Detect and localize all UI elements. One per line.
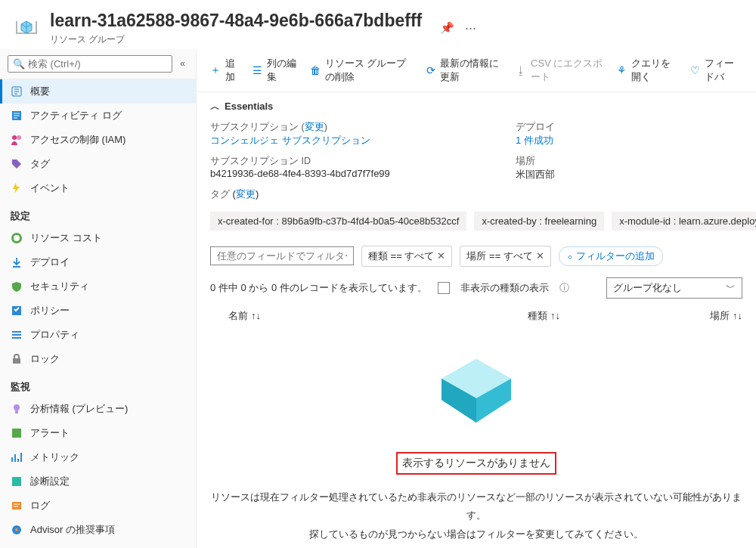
- sidebar-item-label: 概要: [30, 85, 50, 98]
- sidebar-item-events[interactable]: イベント: [0, 176, 196, 200]
- sidebar-item-cost[interactable]: リソース コスト: [0, 226, 196, 250]
- change-subscription-link[interactable]: 変更: [305, 122, 324, 132]
- record-summary: 0 件中 0 から 0 件のレコードを表示しています。: [210, 281, 427, 295]
- sidebar-section-settings: 設定: [0, 200, 196, 226]
- search-input[interactable]: [28, 58, 167, 70]
- sidebar-item-logs[interactable]: ログ: [0, 494, 196, 518]
- group-by-select[interactable]: グループ化なし﹀: [606, 277, 742, 299]
- sidebar-item-diagnostics[interactable]: 診断設定: [0, 469, 196, 494]
- sidebar-item-overview[interactable]: 概要: [0, 79, 196, 104]
- column-location[interactable]: 場所 ↑↓: [702, 309, 742, 323]
- empty-desc-2: 探しているものが見つからない場合はフィルターを変更してみてください。: [210, 525, 742, 544]
- alerts-icon: [11, 427, 23, 439]
- activity-log-icon: [11, 110, 23, 122]
- diagnostics-icon: [11, 475, 23, 488]
- sidebar-item-tags[interactable]: タグ: [0, 152, 196, 176]
- toolbar-export-csv: ⭳CSV にエクスポート: [516, 57, 603, 84]
- svg-point-5: [14, 235, 20, 241]
- info-icon[interactable]: ⓘ: [559, 281, 569, 295]
- essentials-toggle[interactable]: ︿ Essentials: [210, 100, 742, 113]
- chevron-down-icon: ﹀: [726, 281, 736, 295]
- tag-icon: [11, 158, 23, 170]
- tag-pill[interactable]: x-created-for : 89b6a9fb-c37b-4fd4-b0a5-…: [210, 212, 466, 231]
- filter-input[interactable]: [210, 246, 354, 265]
- download-icon: ⭳: [516, 64, 526, 76]
- page-subtitle: リソース グループ: [50, 33, 422, 46]
- sidebar-item-label: 診断設定: [30, 475, 70, 488]
- toolbar-add[interactable]: ＋追加: [210, 57, 239, 84]
- toolbar-refresh[interactable]: ⟳最新の情報に更新: [426, 57, 502, 84]
- clear-icon[interactable]: ✕: [536, 250, 544, 262]
- sidebar-item-security[interactable]: セキュリティ: [0, 274, 196, 299]
- sidebar-item-advisor[interactable]: Advisor の推奨事項: [0, 518, 196, 542]
- sort-icon: ↑↓: [251, 310, 261, 321]
- change-tags-link[interactable]: 変更: [236, 188, 256, 200]
- svg-point-8: [14, 404, 20, 410]
- sidebar-item-label: セキュリティ: [30, 280, 89, 293]
- filter-type-chip[interactable]: 種類 == すべて ✕: [361, 246, 452, 267]
- subscription-link[interactable]: コンシェルジェ サブスクリプション: [210, 134, 493, 147]
- sidebar-item-alerts[interactable]: アラート: [0, 421, 196, 445]
- heart-icon: ♡: [690, 64, 700, 76]
- sort-icon: ↑↓: [733, 310, 742, 321]
- filter-location-chip[interactable]: 場所 == すべて ✕: [460, 246, 550, 267]
- empty-state-icon: [210, 345, 742, 438]
- sidebar-item-metrics[interactable]: メトリック: [0, 445, 196, 469]
- column-name[interactable]: 名前 ↑↓: [210, 309, 528, 323]
- sidebar-item-label: デプロイ: [30, 255, 70, 269]
- page-title: learn-31a62588-9867-48a4-9e6b-666a7bdbef…: [50, 11, 422, 32]
- more-icon[interactable]: ⋯: [465, 21, 476, 35]
- sidebar-item-label: 分析情報 (プレビュー): [30, 402, 128, 416]
- svg-rect-10: [12, 429, 21, 438]
- sidebar-item-properties[interactable]: プロパティ: [0, 323, 196, 347]
- sidebar-item-policy[interactable]: ポリシー: [0, 299, 196, 323]
- svg-rect-7: [13, 358, 20, 364]
- sidebar-item-label: プロパティ: [30, 328, 79, 342]
- sidebar-item-label: ロック: [30, 352, 60, 366]
- sidebar-item-lock[interactable]: ロック: [0, 347, 196, 371]
- clear-icon[interactable]: ✕: [437, 250, 445, 262]
- pin-icon[interactable]: 📌: [440, 21, 454, 35]
- sidebar-item-iam[interactable]: アクセスの制御 (IAM): [0, 128, 196, 152]
- trash-icon: 🗑: [310, 64, 321, 76]
- overview-icon: [11, 85, 23, 98]
- policy-icon: [11, 305, 23, 317]
- toolbar-open-query[interactable]: ⚘クエリを開く: [617, 57, 677, 84]
- sidebar-item-label: Advisor の推奨事項: [30, 523, 115, 537]
- metrics-icon: [11, 451, 23, 463]
- toolbar-delete[interactable]: 🗑リソース グループの削除: [310, 57, 413, 84]
- chevron-up-icon: ︿: [210, 100, 220, 113]
- deploy-icon: [11, 256, 23, 268]
- sidebar-item-label: ログ: [30, 499, 50, 512]
- sidebar-item-label: アクティビティ ログ: [30, 109, 122, 122]
- tag-pill[interactable]: x-module-id : learn.azure.deploy-az: [612, 212, 756, 231]
- sidebar-item-insights[interactable]: 分析情報 (プレビュー): [0, 397, 196, 421]
- location-value: 米国西部: [516, 168, 742, 181]
- svg-point-14: [15, 528, 18, 531]
- sidebar-item-activity-log[interactable]: アクティビティ ログ: [0, 104, 196, 128]
- deploy-link[interactable]: 1 件成功: [516, 134, 742, 147]
- toolbar-edit-columns[interactable]: ☰列の編集: [253, 57, 296, 84]
- svg-rect-11: [12, 477, 21, 486]
- svg-point-3: [17, 135, 21, 140]
- shield-icon: [11, 280, 23, 293]
- tag-pill[interactable]: x-created-by : freelearning: [474, 212, 604, 231]
- sidebar-item-label: アクセスの制御 (IAM): [30, 133, 125, 147]
- add-filter-button[interactable]: ⬦フィルターの追加: [559, 246, 663, 266]
- columns-icon: ☰: [253, 64, 262, 76]
- subscription-id: b4219936-de68-4fe4-8393-4bd7d7f7fe99: [210, 168, 493, 179]
- collapse-sidebar-icon[interactable]: «: [177, 55, 188, 72]
- iam-icon: [11, 134, 23, 146]
- column-type[interactable]: 種類 ↑↓: [528, 309, 702, 323]
- show-hidden-checkbox[interactable]: [438, 282, 450, 294]
- resource-group-icon: [14, 14, 39, 42]
- sidebar-item-deploy[interactable]: デプロイ: [0, 250, 196, 274]
- lock-icon: [11, 353, 23, 365]
- query-icon: ⚘: [617, 64, 627, 76]
- sidebar-item-label: ポリシー: [30, 304, 70, 317]
- toolbar-feedback[interactable]: ♡フィードバ: [690, 57, 742, 84]
- svg-rect-9: [15, 410, 18, 413]
- advisor-icon: [11, 524, 23, 536]
- cost-icon: [11, 232, 23, 244]
- sidebar-section-monitor: 監視: [0, 371, 196, 397]
